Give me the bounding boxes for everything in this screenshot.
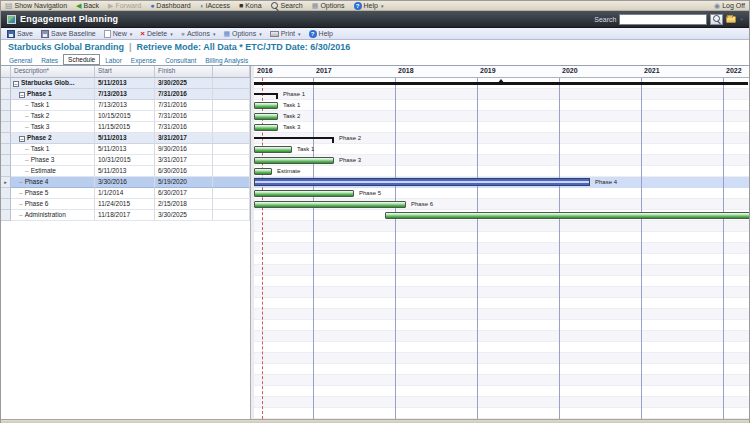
- options-button[interactable]: ▦Options▾: [223, 30, 261, 38]
- tab-rates[interactable]: Rates: [37, 56, 62, 65]
- tab-general[interactable]: General: [5, 56, 36, 65]
- nav-item-show-navigation[interactable]: ▤Show Navigation: [5, 2, 67, 10]
- nav-item-forward[interactable]: ▶Forward: [108, 2, 141, 10]
- row-gutter-cell[interactable]: [1, 199, 11, 210]
- task-description-cell: –Administration: [11, 210, 95, 221]
- save-baseline-button[interactable]: Save Baseline: [41, 30, 96, 38]
- collapse-toggle-icon[interactable]: −: [13, 81, 19, 87]
- gantt-bar-selected[interactable]: [254, 178, 590, 186]
- gantt-bar-task[interactable]: [254, 146, 292, 153]
- logoff-button[interactable]: ◉ Log Off: [714, 2, 745, 10]
- tab-consultant[interactable]: Consultant: [161, 56, 200, 65]
- tab-strip: GeneralRatesScheduleLaborExpenseConsulta…: [1, 53, 749, 65]
- row-gutter-cell[interactable]: [1, 78, 11, 89]
- nav-item-search[interactable]: Search: [271, 2, 303, 10]
- search-input[interactable]: [619, 14, 707, 25]
- gantt-bar-task[interactable]: [385, 212, 749, 219]
- bottom-scroll-strip[interactable]: [1, 419, 749, 423]
- tab-labor[interactable]: Labor: [101, 56, 126, 65]
- print-button[interactable]: Print▾: [270, 30, 301, 37]
- delete-icon: ×: [140, 30, 145, 38]
- nav-item-kona[interactable]: ■Kona: [239, 2, 262, 10]
- gantt-bar-summary[interactable]: [254, 137, 334, 139]
- table-row[interactable]: −Starbucks Glob...5/11/20133/30/2025: [1, 78, 250, 89]
- table-row[interactable]: ▸–Phase 43/30/20165/19/2020: [1, 177, 250, 188]
- gantt-bar-summary[interactable]: [254, 93, 278, 95]
- tab-schedule[interactable]: Schedule: [63, 54, 100, 65]
- gantt-bar-task[interactable]: [254, 157, 334, 164]
- table-row[interactable]: –Task 17/13/20137/31/2016: [1, 100, 250, 111]
- nav-item-dashboard[interactable]: ●Dashboard: [150, 2, 190, 10]
- tab-billing-analysis[interactable]: Billing Analysis: [201, 56, 252, 65]
- column-header-extra[interactable]: [213, 66, 250, 77]
- gantt-row-stripe: [254, 89, 749, 100]
- start-date-cell: 5/11/2013: [95, 166, 155, 177]
- tree-branch-icon: –: [25, 112, 29, 119]
- table-row[interactable]: –Phase 611/24/20152/15/2018: [1, 199, 250, 210]
- row-gutter-cell[interactable]: [1, 155, 11, 166]
- row-gutter-cell[interactable]: [1, 122, 11, 133]
- row-gutter-cell[interactable]: ▸: [1, 177, 11, 188]
- row-gutter-cell[interactable]: [1, 89, 11, 100]
- new-button[interactable]: New▾: [104, 30, 133, 38]
- gantt-bar-task[interactable]: [254, 201, 406, 208]
- table-row[interactable]: −Phase 25/11/20133/31/2017: [1, 133, 250, 144]
- dropdown-caret: ▾: [381, 3, 384, 9]
- search-go-button[interactable]: [710, 14, 723, 25]
- dropdown-caret: ▾: [259, 31, 262, 37]
- year-gridline: [395, 66, 396, 419]
- table-row[interactable]: –Phase 310/31/20153/31/2017: [1, 155, 250, 166]
- nav-item-iaccess[interactable]: ◗iAccess: [200, 2, 230, 10]
- task-name: Phase 1: [27, 90, 52, 97]
- tab-expense[interactable]: Expense: [127, 56, 160, 65]
- column-header-description[interactable]: Description*: [11, 66, 95, 77]
- table-row[interactable]: –Estimate5/11/20136/30/2016: [1, 166, 250, 177]
- title-bar: Engagement Planning Search ▾: [1, 11, 749, 28]
- back-icon: ◀: [76, 2, 81, 10]
- retrieve-mode-text: Retrieve Mode: All Data * ETC/JTD Date: …: [137, 42, 351, 52]
- gantt-bar-task[interactable]: [254, 102, 278, 109]
- table-row[interactable]: −Phase 17/13/20137/31/2016: [1, 89, 250, 100]
- row-gutter-cell[interactable]: [1, 188, 11, 199]
- save-button[interactable]: Save: [7, 30, 33, 38]
- collapse-toggle-icon[interactable]: −: [19, 92, 25, 98]
- table-row[interactable]: –Task 210/15/20157/31/2016: [1, 111, 250, 122]
- nav-item-label: Back: [83, 2, 99, 9]
- nav-item-options[interactable]: ▦Options: [312, 2, 345, 10]
- column-header-start[interactable]: Start: [95, 66, 155, 77]
- table-row[interactable]: –Administration11/18/20173/30/2025: [1, 210, 250, 221]
- print-icon: [270, 31, 279, 37]
- table-row[interactable]: –Phase 51/1/20146/30/2017: [1, 188, 250, 199]
- folder-dropdown-caret[interactable]: ▾: [740, 16, 743, 22]
- collapse-toggle-icon[interactable]: −: [19, 136, 25, 142]
- row-gutter-cell[interactable]: [1, 111, 11, 122]
- actions-button[interactable]: ●Actions▾: [181, 30, 216, 38]
- tree-branch-icon: –: [19, 200, 23, 207]
- column-header-finish[interactable]: Finish: [155, 66, 213, 77]
- folder-icon[interactable]: [726, 16, 736, 23]
- row-gutter-cell[interactable]: [1, 100, 11, 111]
- task-name: Phase 2: [27, 134, 52, 141]
- show-navigation-icon: ▤: [5, 2, 13, 10]
- nav-item-back[interactable]: ◀Back: [76, 2, 99, 10]
- row-gutter-cell[interactable]: [1, 144, 11, 155]
- task-description-cell: –Task 3: [11, 122, 95, 133]
- start-date-cell: 11/24/2015: [95, 199, 155, 210]
- gantt-bar-task[interactable]: [254, 168, 272, 175]
- tree-branch-icon: –: [25, 123, 29, 130]
- gantt-row-stripe: [254, 353, 749, 364]
- gantt-bar-task[interactable]: [254, 190, 354, 197]
- row-gutter-cell[interactable]: [1, 166, 11, 177]
- help-button[interactable]: ?Help: [309, 30, 333, 38]
- row-gutter-cell[interactable]: [1, 133, 11, 144]
- table-row[interactable]: –Task 15/11/20139/30/2016: [1, 144, 250, 155]
- delete-button[interactable]: ×Delete▾: [140, 30, 172, 38]
- empty-cell: [213, 133, 250, 144]
- nav-item-help[interactable]: ?Help▾: [354, 2, 384, 10]
- finish-date-cell: 9/30/2016: [155, 144, 213, 155]
- table-row[interactable]: –Task 311/15/20157/31/2016: [1, 122, 250, 133]
- row-gutter-cell[interactable]: [1, 210, 11, 221]
- empty-cell: [213, 122, 250, 133]
- gantt-bar-task[interactable]: [254, 113, 278, 120]
- gantt-bar-task[interactable]: [254, 124, 278, 131]
